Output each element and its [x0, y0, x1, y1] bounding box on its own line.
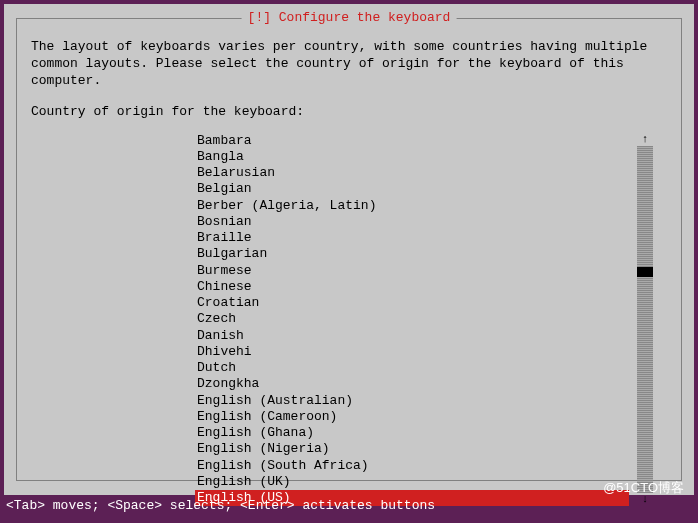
list-item[interactable]: English (UK): [195, 474, 629, 490]
list-item[interactable]: Berber (Algeria, Latin): [195, 198, 629, 214]
list-item[interactable]: Belarusian: [195, 165, 629, 181]
list-item[interactable]: Croatian: [195, 295, 629, 311]
list-item[interactable]: Dhivehi: [195, 344, 629, 360]
list-container: BambaraBanglaBelarusianBelgianBerber (Al…: [195, 133, 653, 507]
list-item[interactable]: Dzongkha: [195, 376, 629, 392]
scroll-up-icon[interactable]: ↑: [637, 133, 653, 146]
list-item[interactable]: Dutch: [195, 360, 629, 376]
list-item[interactable]: English (South Africa): [195, 458, 629, 474]
list-item[interactable]: Chinese: [195, 279, 629, 295]
list-item[interactable]: English (Ghana): [195, 425, 629, 441]
list-item[interactable]: Bangla: [195, 149, 629, 165]
list-item[interactable]: Belgian: [195, 181, 629, 197]
list-item[interactable]: Bulgarian: [195, 246, 629, 262]
scroll-track[interactable]: [637, 146, 653, 493]
list-item[interactable]: Bosnian: [195, 214, 629, 230]
list-item[interactable]: English (Australian): [195, 393, 629, 409]
list-item[interactable]: Burmese: [195, 263, 629, 279]
list-item[interactable]: English (Cameroon): [195, 409, 629, 425]
installer-frame: [!] Configure the keyboard The layout of…: [2, 2, 696, 497]
prompt-text: Country of origin for the keyboard:: [31, 104, 667, 119]
watermark: @51CTO博客: [603, 479, 684, 497]
list-item[interactable]: Braille: [195, 230, 629, 246]
list-item[interactable]: Czech: [195, 311, 629, 327]
scrollbar[interactable]: ↑ ↓: [637, 133, 653, 507]
dialog-title: [!] Configure the keyboard: [242, 10, 457, 25]
scroll-thumb[interactable]: [637, 267, 653, 277]
dialog-content: The layout of keyboards varies per count…: [17, 19, 681, 523]
list-item[interactable]: Bambara: [195, 133, 629, 149]
footer-help: <Tab> moves; <Space> selects; <Enter> ac…: [2, 498, 696, 513]
dialog-box: [!] Configure the keyboard The layout of…: [16, 18, 682, 481]
list-item[interactable]: English (Nigeria): [195, 441, 629, 457]
keyboard-list[interactable]: BambaraBanglaBelarusianBelgianBerber (Al…: [195, 133, 629, 507]
help-text: The layout of keyboards varies per count…: [31, 39, 667, 90]
list-item[interactable]: Danish: [195, 328, 629, 344]
